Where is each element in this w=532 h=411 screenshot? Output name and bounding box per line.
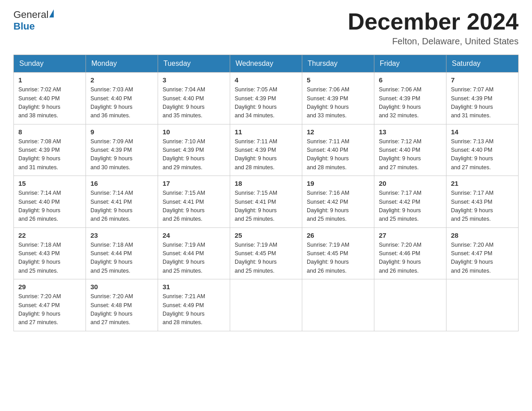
day-info: Sunrise: 7:15 AMSunset: 4:41 PMDaylight:… xyxy=(235,189,297,224)
day-info: Sunrise: 7:20 AMSunset: 4:47 PMDaylight:… xyxy=(18,292,81,327)
calendar-subtitle: Felton, Delaware, United States xyxy=(348,36,519,47)
day-info: Sunrise: 7:18 AMSunset: 4:43 PMDaylight:… xyxy=(18,241,81,276)
weekday-header-row: SundayMondayTuesdayWednesdayThursdayFrid… xyxy=(14,55,519,73)
day-info: Sunrise: 7:11 AMSunset: 4:40 PMDaylight:… xyxy=(307,137,369,172)
calendar-cell: 11Sunrise: 7:11 AMSunset: 4:39 PMDayligh… xyxy=(230,124,302,176)
logo-blue-text: Blue xyxy=(13,21,35,32)
calendar-cell: 6Sunrise: 7:06 AMSunset: 4:39 PMDaylight… xyxy=(374,73,446,124)
calendar-cell: 5Sunrise: 7:06 AMSunset: 4:39 PMDaylight… xyxy=(302,73,374,124)
day-number: 23 xyxy=(90,231,153,239)
day-number: 11 xyxy=(235,128,297,136)
day-info: Sunrise: 7:17 AMSunset: 4:43 PMDaylight:… xyxy=(451,189,514,224)
day-info: Sunrise: 7:15 AMSunset: 4:41 PMDaylight:… xyxy=(163,189,225,224)
calendar-cell: 14Sunrise: 7:13 AMSunset: 4:40 PMDayligh… xyxy=(446,124,519,176)
day-number: 22 xyxy=(18,231,81,239)
calendar-cell: 10Sunrise: 7:10 AMSunset: 4:39 PMDayligh… xyxy=(158,124,230,176)
day-info: Sunrise: 7:12 AMSunset: 4:40 PMDaylight:… xyxy=(379,137,442,172)
day-info: Sunrise: 7:11 AMSunset: 4:39 PMDaylight:… xyxy=(235,137,297,172)
calendar-cell: 31Sunrise: 7:21 AMSunset: 4:49 PMDayligh… xyxy=(158,279,230,331)
day-number: 8 xyxy=(18,128,81,136)
week-row-1: 1Sunrise: 7:02 AMSunset: 4:40 PMDaylight… xyxy=(14,73,519,124)
week-row-3: 15Sunrise: 7:14 AMSunset: 4:40 PMDayligh… xyxy=(14,176,519,228)
weekday-header-thursday: Thursday xyxy=(302,55,374,73)
calendar-cell: 19Sunrise: 7:16 AMSunset: 4:42 PMDayligh… xyxy=(302,176,374,228)
calendar-cell xyxy=(374,279,446,331)
calendar-cell: 27Sunrise: 7:20 AMSunset: 4:46 PMDayligh… xyxy=(374,227,446,279)
day-number: 19 xyxy=(307,180,369,187)
day-number: 1 xyxy=(18,76,81,84)
day-info: Sunrise: 7:19 AMSunset: 4:45 PMDaylight:… xyxy=(307,241,369,276)
calendar-cell: 28Sunrise: 7:20 AMSunset: 4:47 PMDayligh… xyxy=(446,227,519,279)
day-info: Sunrise: 7:02 AMSunset: 4:40 PMDaylight:… xyxy=(18,86,81,120)
weekday-header-tuesday: Tuesday xyxy=(158,55,230,73)
day-number: 12 xyxy=(307,128,369,136)
calendar-cell: 17Sunrise: 7:15 AMSunset: 4:41 PMDayligh… xyxy=(158,176,230,228)
day-number: 17 xyxy=(163,180,225,187)
week-row-2: 8Sunrise: 7:08 AMSunset: 4:39 PMDaylight… xyxy=(14,124,519,176)
day-number: 18 xyxy=(235,180,297,187)
day-info: Sunrise: 7:14 AMSunset: 4:40 PMDaylight:… xyxy=(18,189,81,224)
day-number: 20 xyxy=(379,180,442,187)
day-info: Sunrise: 7:04 AMSunset: 4:40 PMDaylight:… xyxy=(163,86,225,120)
day-number: 9 xyxy=(90,128,153,136)
calendar-cell: 20Sunrise: 7:17 AMSunset: 4:42 PMDayligh… xyxy=(374,176,446,228)
calendar-table: SundayMondayTuesdayWednesdayThursdayFrid… xyxy=(13,55,519,331)
day-info: Sunrise: 7:16 AMSunset: 4:42 PMDaylight:… xyxy=(307,189,369,224)
calendar-cell: 23Sunrise: 7:18 AMSunset: 4:44 PMDayligh… xyxy=(86,227,158,279)
calendar-cell: 25Sunrise: 7:19 AMSunset: 4:45 PMDayligh… xyxy=(230,227,302,279)
day-info: Sunrise: 7:20 AMSunset: 4:46 PMDaylight:… xyxy=(379,241,442,276)
day-info: Sunrise: 7:03 AMSunset: 4:40 PMDaylight:… xyxy=(90,86,153,120)
calendar-cell xyxy=(230,279,302,331)
calendar-cell xyxy=(302,279,374,331)
calendar-cell: 13Sunrise: 7:12 AMSunset: 4:40 PMDayligh… xyxy=(374,124,446,176)
day-info: Sunrise: 7:08 AMSunset: 4:39 PMDaylight:… xyxy=(18,137,81,172)
day-info: Sunrise: 7:09 AMSunset: 4:39 PMDaylight:… xyxy=(90,137,153,172)
day-number: 31 xyxy=(163,283,225,291)
calendar-cell: 4Sunrise: 7:05 AMSunset: 4:39 PMDaylight… xyxy=(230,73,302,124)
weekday-header-saturday: Saturday xyxy=(446,55,519,73)
logo-general-text: General xyxy=(13,9,48,21)
day-number: 25 xyxy=(235,231,297,239)
day-number: 30 xyxy=(90,283,153,291)
calendar-title: December 2024 xyxy=(348,9,519,34)
calendar-cell: 24Sunrise: 7:19 AMSunset: 4:44 PMDayligh… xyxy=(158,227,230,279)
calendar-cell: 30Sunrise: 7:20 AMSunset: 4:48 PMDayligh… xyxy=(86,279,158,331)
day-info: Sunrise: 7:17 AMSunset: 4:42 PMDaylight:… xyxy=(379,189,442,224)
weekday-header-sunday: Sunday xyxy=(14,55,86,73)
day-number: 2 xyxy=(90,76,153,84)
day-info: Sunrise: 7:06 AMSunset: 4:39 PMDaylight:… xyxy=(379,86,442,120)
logo-triangle-icon xyxy=(49,9,54,17)
day-number: 15 xyxy=(18,180,81,187)
day-number: 10 xyxy=(163,128,225,136)
calendar-cell: 7Sunrise: 7:07 AMSunset: 4:39 PMDaylight… xyxy=(446,73,519,124)
day-number: 24 xyxy=(163,231,225,239)
day-info: Sunrise: 7:20 AMSunset: 4:48 PMDaylight:… xyxy=(90,292,153,327)
calendar-cell: 12Sunrise: 7:11 AMSunset: 4:40 PMDayligh… xyxy=(302,124,374,176)
day-info: Sunrise: 7:18 AMSunset: 4:44 PMDaylight:… xyxy=(90,241,153,276)
day-info: Sunrise: 7:05 AMSunset: 4:39 PMDaylight:… xyxy=(235,86,297,120)
day-number: 3 xyxy=(163,76,225,84)
day-number: 27 xyxy=(379,231,442,239)
calendar-title-area: December 2024 Felton, Delaware, United S… xyxy=(348,9,519,47)
day-number: 5 xyxy=(307,76,369,84)
week-row-4: 22Sunrise: 7:18 AMSunset: 4:43 PMDayligh… xyxy=(14,227,519,279)
day-number: 7 xyxy=(451,76,514,84)
calendar-cell: 9Sunrise: 7:09 AMSunset: 4:39 PMDaylight… xyxy=(86,124,158,176)
day-number: 26 xyxy=(307,231,369,239)
day-info: Sunrise: 7:19 AMSunset: 4:44 PMDaylight:… xyxy=(163,241,225,276)
calendar-cell xyxy=(446,279,519,331)
calendar-cell: 16Sunrise: 7:14 AMSunset: 4:41 PMDayligh… xyxy=(86,176,158,228)
day-number: 14 xyxy=(451,128,514,136)
day-info: Sunrise: 7:21 AMSunset: 4:49 PMDaylight:… xyxy=(163,292,225,327)
day-number: 13 xyxy=(379,128,442,136)
calendar-cell: 1Sunrise: 7:02 AMSunset: 4:40 PMDaylight… xyxy=(14,73,86,124)
day-info: Sunrise: 7:13 AMSunset: 4:40 PMDaylight:… xyxy=(451,137,514,172)
day-number: 16 xyxy=(90,180,153,187)
day-info: Sunrise: 7:07 AMSunset: 4:39 PMDaylight:… xyxy=(451,86,514,120)
weekday-header-monday: Monday xyxy=(86,55,158,73)
calendar-cell: 2Sunrise: 7:03 AMSunset: 4:40 PMDaylight… xyxy=(86,73,158,124)
day-info: Sunrise: 7:14 AMSunset: 4:41 PMDaylight:… xyxy=(90,189,153,224)
calendar-cell: 3Sunrise: 7:04 AMSunset: 4:40 PMDaylight… xyxy=(158,73,230,124)
page-header: General Blue December 2024 Felton, Delaw… xyxy=(13,9,519,47)
logo: General Blue xyxy=(13,9,54,32)
